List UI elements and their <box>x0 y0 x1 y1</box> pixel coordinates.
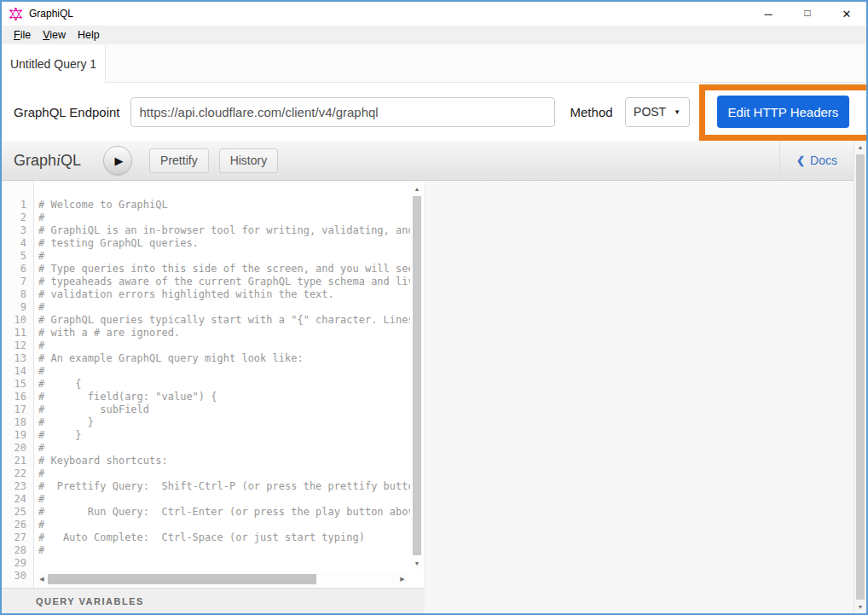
minimize-icon: ─ <box>764 8 772 20</box>
main-panes: 1 2 3 4 5 6 7 8 9 10 11 12 13 14 15 16 1… <box>2 181 854 613</box>
menu-bar: File View Help <box>2 26 866 44</box>
menu-view[interactable]: View <box>37 29 72 41</box>
maximize-icon: □ <box>804 7 810 19</box>
tab-label: Untitled Query 1 <box>10 57 96 71</box>
editor-vertical-scrollbar[interactable]: ▲ ▼ <box>411 183 423 569</box>
window-controls: ─ □ ✕ <box>749 2 866 26</box>
history-button[interactable]: History <box>219 148 279 173</box>
edit-http-headers-button[interactable]: Edit HTTP Headers <box>717 96 850 128</box>
vertical-scroll-thumb[interactable] <box>413 196 421 555</box>
endpoint-label: GraphQL Endpoint <box>14 105 120 119</box>
maximize-button[interactable]: □ <box>788 2 827 26</box>
graphiql-toolbar: GraphiQL ▶ Prettify History ❮ Docs <box>2 141 854 181</box>
scroll-up-icon[interactable]: ▲ <box>854 141 866 154</box>
scroll-right-icon[interactable]: ▶ <box>396 572 408 586</box>
method-label: Method <box>570 105 613 119</box>
chevron-left-icon: ❮ <box>796 154 805 166</box>
code-area[interactable]: # Welcome to GraphiQL # # GraphiQL is an… <box>35 181 410 588</box>
pane-resize-handle[interactable] <box>425 181 436 613</box>
method-select[interactable]: POST ▼ <box>625 97 690 127</box>
menu-file[interactable]: File <box>8 29 37 41</box>
tab-untitled-query-1[interactable]: Untitled Query 1 <box>2 44 106 83</box>
method-value: POST <box>634 105 666 119</box>
chevron-down-icon: ▼ <box>674 108 680 116</box>
scroll-track[interactable] <box>316 572 396 586</box>
scroll-up-icon[interactable]: ▲ <box>411 183 423 194</box>
docs-link-label: Docs <box>810 154 837 167</box>
query-text: # Welcome to GraphiQL # # GraphiQL is an… <box>35 181 410 570</box>
query-variables-label: QUERY VARIABLES <box>36 596 144 606</box>
close-button[interactable]: ✕ <box>827 2 866 26</box>
query-editor-pane: 1 2 3 4 5 6 7 8 9 10 11 12 13 14 15 16 1… <box>2 181 425 613</box>
request-bar: GraphQL Endpoint Method POST ▼ Edit HTTP… <box>2 83 866 141</box>
menu-help[interactable]: Help <box>72 29 106 41</box>
result-pane <box>436 181 854 613</box>
endpoint-input[interactable] <box>130 97 555 127</box>
window-title: GraphiQL <box>29 8 73 20</box>
line-numbers: 1 2 3 4 5 6 7 8 9 10 11 12 13 14 15 16 1… <box>2 181 33 583</box>
app-body: GraphiQL ▶ Prettify History ❮ Docs <box>2 141 866 613</box>
execute-query-button[interactable]: ▶ <box>103 146 132 175</box>
graphql-logo-icon <box>9 8 22 20</box>
graphiql-logo: GraphiQL <box>14 152 81 170</box>
app-window: GraphiQL ─ □ ✕ File View Help Untitled Q… <box>0 0 868 615</box>
close-icon: ✕ <box>842 8 852 20</box>
app-content: GraphiQL ▶ Prettify History ❮ Docs <box>2 141 854 613</box>
docs-link[interactable]: ❮ Docs <box>796 154 837 167</box>
tab-bar-divider <box>106 82 866 83</box>
horizontal-scroll-thumb[interactable] <box>48 574 316 584</box>
scroll-down-icon[interactable]: ▼ <box>854 600 866 613</box>
title-bar: GraphiQL ─ □ ✕ <box>2 2 866 26</box>
docs-section: ❮ Docs <box>779 141 854 180</box>
query-variables-bar[interactable]: QUERY VARIABLES <box>2 588 424 613</box>
editor-horizontal-scrollbar[interactable]: ◀ ▶ <box>36 572 408 586</box>
line-number-gutter: 1 2 3 4 5 6 7 8 9 10 11 12 13 14 15 16 1… <box>2 181 34 588</box>
query-editor: 1 2 3 4 5 6 7 8 9 10 11 12 13 14 15 16 1… <box>2 181 424 588</box>
scroll-down-icon[interactable]: ▼ <box>411 557 423 569</box>
play-icon: ▶ <box>115 155 124 166</box>
minimize-button[interactable]: ─ <box>749 2 788 26</box>
tab-bar: Untitled Query 1 <box>2 44 866 83</box>
scroll-left-icon[interactable]: ◀ <box>36 572 48 586</box>
prettify-button[interactable]: Prettify <box>149 148 209 173</box>
window-scroll-thumb[interactable] <box>856 154 865 600</box>
window-scrollbar[interactable]: ▲ ▼ <box>854 141 866 613</box>
